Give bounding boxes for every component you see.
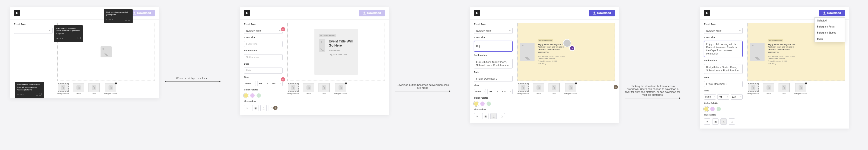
- badge-dot-icon: [345, 83, 347, 84]
- swatch-1[interactable]: [474, 101, 478, 106]
- dropdown-opt-ig-stories[interactable]: Instagram Stories: [815, 30, 845, 36]
- illustration-option-3[interactable]: △: [260, 105, 267, 111]
- location-label: Set location: [704, 59, 743, 62]
- swatch-1[interactable]: [244, 93, 248, 98]
- time-tz-select[interactable]: WAT▾: [271, 81, 283, 86]
- date-input[interactable]: Friday, December 9: [704, 81, 743, 87]
- swatch-3[interactable]: [487, 101, 491, 106]
- time-row: 06:00▾ AM▾ WAT▾: [244, 81, 283, 86]
- platform-deals[interactable]: Deals: [763, 83, 774, 94]
- platform-label: Instagram Stories: [794, 93, 807, 94]
- platform-deals[interactable]: Deals: [73, 83, 84, 94]
- platform-instagram-stories[interactable]: Instagram Stories: [564, 83, 577, 94]
- download-button[interactable]: Download: [819, 10, 845, 17]
- swatch-2[interactable]: [710, 107, 715, 111]
- illustration-option-3[interactable]: △: [720, 118, 727, 125]
- platform-label: Deals: [536, 93, 541, 94]
- badge-dot-icon: [575, 83, 577, 84]
- event-type-select[interactable]: Network Mixer ▾: [244, 28, 283, 34]
- download-button[interactable]: Download: [589, 10, 615, 17]
- illustration-option-1[interactable]: ☀: [244, 105, 250, 111]
- illustration-option-2[interactable]: ▣: [482, 113, 489, 119]
- illustration-option-3[interactable]: △: [490, 113, 497, 119]
- illustration-option-4[interactable]: ◌: [728, 118, 735, 125]
- date-input[interactable]: Date: [244, 67, 283, 73]
- platform-email[interactable]: Email: [89, 83, 100, 94]
- flyer-venue: Event Venue: [329, 50, 353, 52]
- color-palette: [474, 101, 513, 106]
- platform-instagram-post[interactable]: Instagram Post: [747, 83, 759, 94]
- caption-1: When event type is selected: [165, 77, 220, 82]
- time-ampm-select[interactable]: AM▾: [257, 81, 269, 86]
- download-label: Download: [597, 11, 611, 15]
- platform-email[interactable]: Email: [779, 83, 789, 94]
- palette-label: Color Palette: [244, 89, 283, 91]
- dropdown-opt-deals[interactable]: Deals: [815, 36, 845, 42]
- illustration-option-1[interactable]: ☀: [474, 113, 480, 119]
- time-tz-select[interactable]: EAT▾: [731, 94, 743, 99]
- event-type-select[interactable]: Network Mixer ▾: [474, 28, 513, 34]
- platform-instagram-post[interactable]: Instagram Post: [518, 83, 529, 94]
- event-title-input[interactable]: Event Title: [244, 41, 283, 47]
- dropdown-opt-select-all[interactable]: Select All: [815, 18, 845, 24]
- platform-instagram-stories[interactable]: Instagram Stories: [104, 83, 117, 94]
- location-input[interactable]: IPoli, 4th floor, Sunlux Plaza, Solana L…: [704, 64, 743, 74]
- dropdown-opt-ig-posts[interactable]: Instagram Posts: [815, 24, 845, 30]
- illustration-option-4[interactable]: ◌: [499, 113, 505, 119]
- event-title-label: Event Title: [474, 36, 513, 38]
- time-ampm-select[interactable]: PM▾: [487, 89, 499, 94]
- download-button[interactable]: Download: [359, 10, 385, 17]
- time-hour-select[interactable]: 06:00▾: [474, 89, 486, 94]
- platform-label: Instagram Post: [518, 93, 529, 94]
- platform-instagram-stories[interactable]: Instagram Stories: [334, 83, 347, 94]
- platform-instagram-stories[interactable]: Instagram Stories: [794, 83, 807, 94]
- tooltip-event-type: Click here to select the event you want …: [54, 25, 83, 42]
- platform-deals[interactable]: Deals: [303, 83, 314, 94]
- preview-panel: NETWORK MIXER Event Title Will Go Here E…: [287, 23, 385, 111]
- platform-instagram-post[interactable]: Instagram Post: [57, 83, 69, 94]
- platform-email[interactable]: Email: [318, 83, 330, 94]
- location-label: Set location: [244, 50, 283, 52]
- illustration-option-2[interactable]: ▣: [252, 105, 258, 111]
- platform-email[interactable]: Email: [549, 83, 560, 94]
- time-tz-select[interactable]: EAT▾: [501, 89, 513, 94]
- time-row: 06:00▾ PM▾ EAT▾: [474, 89, 513, 94]
- event-type-select[interactable]: Network Mixer ▾: [704, 28, 743, 34]
- illustration-option-1[interactable]: ☀: [704, 118, 710, 125]
- platform-tabs: Instagram Post Deals Email Instagram Sto…: [287, 83, 385, 94]
- event-type-select[interactable]: ▾: [14, 28, 53, 34]
- time-hour-select[interactable]: 06:00▾: [244, 81, 256, 86]
- location-input[interactable]: IPoli, 4th floor, Sunlux Plaza, Solana L…: [474, 59, 513, 68]
- swatch-3[interactable]: [256, 93, 261, 98]
- swatch-3[interactable]: [717, 107, 721, 111]
- date-input[interactable]: Friday, December 9: [474, 76, 513, 82]
- event-title-label: Event Title: [704, 36, 743, 38]
- chevron-down-icon: ▾: [727, 96, 728, 98]
- platform-label: Instagram Post: [747, 93, 759, 94]
- swatch-2[interactable]: [250, 93, 255, 98]
- platform-label: Instagram Stories: [564, 93, 577, 94]
- time-label: Time: [244, 76, 283, 79]
- download-button[interactable]: Download: [129, 10, 155, 17]
- download-dropdown: Select All Instagram Posts Instagram Sto…: [814, 18, 845, 42]
- step-3-column: P Download Event Type Network Mixer ▾ Ev…: [460, 0, 690, 123]
- chevron-down-icon: ▾: [497, 91, 498, 93]
- illustration-option-2[interactable]: ▣: [712, 118, 718, 125]
- event-title-input[interactable]: Enjoy a chill evening with the Parisbok …: [704, 41, 743, 57]
- event-title-input[interactable]: Enj: [474, 41, 513, 52]
- swatch-2[interactable]: [480, 101, 485, 106]
- location-input[interactable]: Set location: [244, 54, 283, 60]
- download-label: Download: [367, 11, 381, 15]
- step-marker-5: ○: [613, 84, 619, 90]
- caption-2: Download button becomes active when cell…: [395, 84, 451, 91]
- illustration-label: Illustration: [704, 114, 743, 116]
- swatch-1[interactable]: [704, 107, 708, 111]
- platform-instagram-post[interactable]: Instagram Post: [287, 83, 299, 94]
- platform-deals[interactable]: Deals: [533, 83, 544, 94]
- illustration-picker: ☀ ▣ △ ◌ ○: [244, 105, 283, 111]
- time-hour-select[interactable]: 06:00▾: [704, 94, 716, 99]
- app-body: Event Type ▾ Click here to select the ev…: [10, 20, 159, 94]
- download-label: Download: [827, 11, 841, 15]
- app-body: Event Type Network Mixer ▾ Event Title E…: [470, 20, 619, 119]
- time-ampm-select[interactable]: PM▾: [717, 94, 729, 99]
